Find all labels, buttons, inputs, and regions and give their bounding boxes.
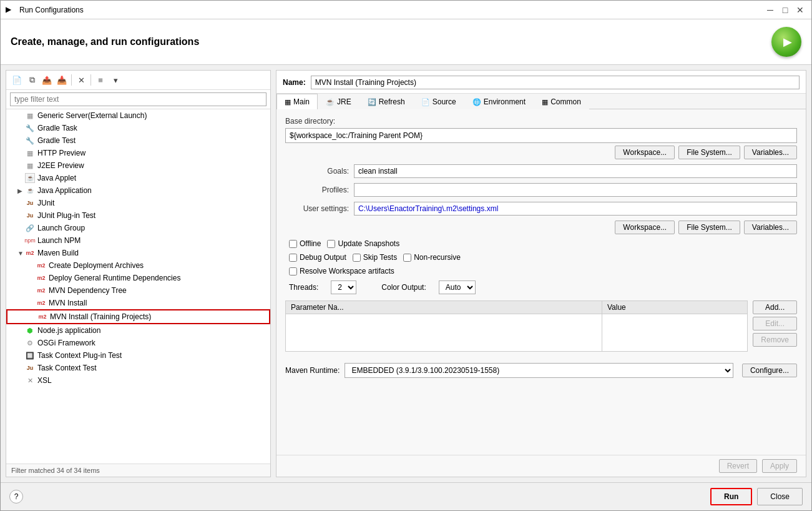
tab-environment[interactable]: 🌐 Environment (464, 94, 534, 109)
minimize-btn[interactable]: ─ (764, 4, 776, 16)
footer-bar: ? Run Close (1, 482, 811, 510)
tree-item-generic-server[interactable]: ▦ Generic Server(External Launch) (6, 109, 270, 122)
configure-btn[interactable]: Configure... (742, 364, 797, 377)
skip-tests-checkbox[interactable]: Skip Tests (353, 253, 397, 262)
offline-check[interactable] (289, 240, 297, 248)
gradle-task-icon: 🔧 (25, 123, 35, 133)
new-config-btn[interactable]: 📄 (10, 73, 24, 87)
resolve-workspace-checkbox[interactable]: Resolve Workspace artifacts (289, 267, 394, 275)
tree-item-xsl[interactable]: ✕ XSL (6, 374, 270, 387)
run-configurations-window: ▶ Run Configurations ─ □ ✕ Create, manag… (0, 0, 812, 511)
update-snapshots-checkbox[interactable]: Update Snapshots (327, 239, 399, 248)
filesystem-btn1[interactable]: File System... (678, 146, 740, 159)
base-dir-input[interactable] (285, 128, 797, 143)
main-content: 📄 ⧉ 📤 📥 ✕ ≡ ▾ ▦ Generic Serve (1, 65, 811, 482)
tree-item-nodejs-app[interactable]: ⬢ Node.js application (6, 324, 270, 337)
revert-btn[interactable]: Revert (719, 459, 757, 473)
variables-btn1[interactable]: Variables... (744, 146, 797, 159)
user-settings-input[interactable] (354, 202, 797, 216)
run-btn[interactable]: Run (710, 488, 752, 505)
help-btn[interactable]: ? (9, 490, 23, 504)
param-add-btn[interactable]: Add... (753, 300, 797, 314)
goals-input[interactable] (354, 164, 797, 178)
apply-btn[interactable]: Apply (762, 459, 797, 473)
source-tab-icon: 📄 (421, 98, 430, 106)
tab-source[interactable]: 📄 Source (413, 94, 464, 109)
param-col-name: Parameter Na... (286, 301, 602, 314)
tree-item-task-context-plugin[interactable]: 🔲 Task Context Plug-in Test (6, 349, 270, 362)
tree-item-gradle-task[interactable]: 🔧 Gradle Task (6, 122, 270, 134)
param-edit-btn[interactable]: Edit... (753, 317, 797, 330)
duplicate-btn[interactable]: ⧉ (25, 73, 39, 87)
export-btn[interactable]: 📤 (40, 73, 54, 87)
tree-item-task-context-test[interactable]: Ju Task Context Test (6, 362, 270, 374)
update-snapshots-check[interactable] (327, 240, 335, 248)
tree-item-http-preview[interactable]: ▦ HTTP Preview (6, 147, 270, 159)
tab-common[interactable]: ▦ Common (534, 94, 589, 109)
deploy-general-icon: m2 (36, 273, 46, 283)
color-output-label: Color Output: (381, 283, 426, 292)
filter-btn[interactable]: ≡ (94, 73, 107, 87)
launch-npm-icon: npm (25, 236, 35, 246)
tree-item-j2ee-preview[interactable]: ▦ J2EE Preview (6, 159, 270, 172)
http-preview-icon: ▦ (25, 148, 35, 158)
offline-checkbox[interactable]: Offline (289, 239, 321, 248)
view-menu-btn[interactable]: ▾ (109, 73, 122, 87)
workspace-btn2[interactable]: Workspace... (615, 221, 675, 234)
tab-main[interactable]: ▦ Main (276, 94, 318, 109)
tree-item-launch-npm[interactable]: npm Launch NPM (6, 234, 270, 247)
name-input[interactable] (311, 76, 800, 89)
tree-item-label: XSL (37, 376, 52, 385)
maximize-btn[interactable]: □ (779, 4, 791, 16)
tree-item-label: Maven Build (37, 249, 79, 257)
tree-item-junit-plugin[interactable]: Ju JUnit Plug-in Test (6, 209, 270, 222)
resolve-workspace-check[interactable] (289, 267, 297, 275)
run-circle-btn[interactable] (771, 27, 801, 57)
goals-label: Goals: (285, 167, 354, 176)
non-recursive-check[interactable] (403, 254, 411, 262)
mvn-dep-tree-icon: m2 (36, 285, 46, 295)
filesystem-btn2[interactable]: File System... (678, 221, 740, 234)
variables-btn2[interactable]: Variables... (744, 221, 797, 234)
workspace-btn1[interactable]: Workspace... (615, 146, 675, 159)
tree-item-mvn-install-training[interactable]: m2 MVN Install (Training Projects) (6, 309, 270, 324)
tree-item-mvn-install[interactable]: m2 MVN Install (6, 297, 270, 309)
tree-item-gradle-test[interactable]: 🔧 Gradle Test (6, 134, 270, 147)
threads-select[interactable]: 2 1 3 4 (331, 280, 356, 294)
tree-item-label: Deploy General Runtime Dependencies (49, 274, 180, 282)
import-btn[interactable]: 📥 (55, 73, 69, 87)
tree-item-osgi[interactable]: ⚙ OSGi Framework (6, 337, 270, 349)
profiles-input[interactable] (354, 183, 797, 197)
color-output-select[interactable]: Auto On Off (439, 280, 476, 294)
debug-output-check[interactable] (289, 254, 297, 262)
base-dir-buttons: Workspace... File System... Variables... (285, 146, 797, 159)
non-recursive-checkbox[interactable]: Non-recursive (403, 253, 461, 262)
tree-item-launch-group[interactable]: 🔗 Launch Group (6, 222, 270, 234)
close-window-btn[interactable]: ✕ (794, 4, 806, 16)
tree-item-create-deployment[interactable]: m2 Create Deployment Archives (6, 259, 270, 272)
skip-tests-label: Skip Tests (363, 253, 397, 262)
delete-btn[interactable]: ✕ (74, 73, 88, 87)
filter-input[interactable] (10, 92, 267, 106)
tree-item-maven-build[interactable]: ▼ m2 Maven Build (6, 247, 270, 259)
tab-jre[interactable]: ☕ JRE (318, 94, 360, 109)
tree-item-junit[interactable]: Ju JUnit (6, 197, 270, 209)
tree-item-label: J2EE Preview (37, 161, 84, 170)
maven-runtime-row: Maven Runtime: EMBEDDED (3.9.1/3.9.100.2… (285, 363, 797, 378)
tree-item-java-applet[interactable]: ☕ Java Applet (6, 172, 270, 184)
tree-area[interactable]: ▦ Generic Server(External Launch) 🔧 Grad… (6, 109, 270, 464)
gradle-test-icon: 🔧 (25, 136, 35, 146)
tab-refresh[interactable]: 🔄 Refresh (360, 94, 413, 109)
debug-output-checkbox[interactable]: Debug Output (289, 253, 346, 262)
param-remove-btn[interactable]: Remove (753, 333, 797, 347)
resolve-workspace-label: Resolve Workspace artifacts (300, 267, 394, 275)
skip-tests-check[interactable] (353, 254, 361, 262)
tree-item-deploy-general[interactable]: m2 Deploy General Runtime Dependencies (6, 272, 270, 284)
maven-runtime-select[interactable]: EMBEDDED (3.9.1/3.9.100.20230519-1558) (345, 363, 733, 378)
close-btn[interactable]: Close (757, 488, 803, 505)
user-settings-buttons: Workspace... File System... Variables... (285, 221, 797, 234)
tree-item-mvn-dep-tree[interactable]: m2 MVN Dependency Tree (6, 284, 270, 297)
threads-label: Threads: (289, 283, 318, 292)
tree-item-java-application[interactable]: ▶ ☕ Java Application (6, 184, 270, 197)
param-empty-row (286, 314, 748, 352)
